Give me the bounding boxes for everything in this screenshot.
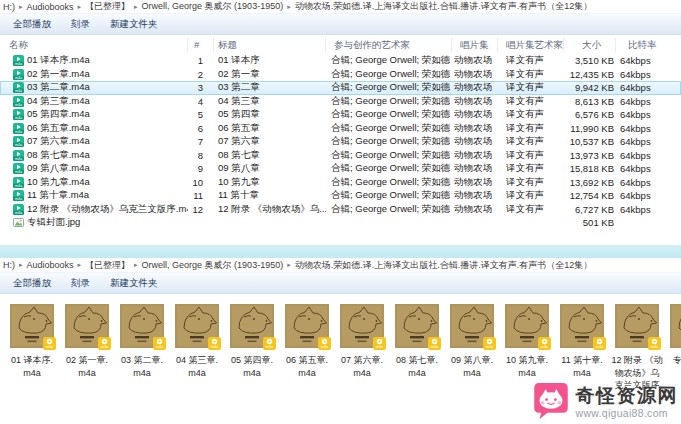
svg-text:m4a: m4a — [266, 345, 274, 349]
album-cover-thumbnail: m4a — [175, 304, 219, 348]
thumbnail-label-line: 10 第九章. — [499, 354, 555, 367]
file-row[interactable]: m4a05 第四章.m4a505 第四章合辑; George Orwell; 荣… — [0, 108, 681, 122]
svg-text:m4a: m4a — [15, 130, 22, 134]
breadcrumb-arrow-icon: ▸ — [134, 261, 138, 269]
thumbnail-item[interactable]: m4a12 附录 《动物农场》乌克兰文版序 — [615, 304, 659, 392]
title-cell: 10 第九章 — [214, 176, 326, 189]
breadcrumb-segment[interactable]: 【已整理】 — [85, 259, 130, 272]
thumbnail-item[interactable]: m4a09 第八章.m4a — [450, 304, 494, 392]
m4a-badge-icon: m4a — [648, 337, 661, 350]
thumbnail-label: 05 第四章.m4a — [224, 354, 280, 379]
thumbnail-item[interactable]: m4a11 第十章.m4a — [560, 304, 604, 392]
file-row[interactable]: m4a10 第九章.m4a1010 第九章合辑; George Orwell; … — [0, 176, 681, 190]
file-row[interactable]: m4a03 第二章.m4a303 第二章合辑; George Orwell; 荣… — [0, 81, 681, 95]
toolbar-button-new-folder[interactable]: 新建文件夹 — [103, 275, 165, 292]
breadcrumb-segment[interactable]: Audiobooks — [27, 260, 74, 270]
thumbnail-label-line: m4a — [224, 367, 280, 380]
column-header-album[interactable]: 唱片集 — [452, 38, 498, 52]
column-header-bitrate[interactable]: 比特率 — [616, 38, 681, 52]
breadcrumb-segment[interactable]: Orwell, George 奥威尔 (1903-1950) — [142, 0, 284, 13]
toolbar-button-burn[interactable]: 刻录 — [64, 16, 97, 33]
file-row[interactable]: m4a01 译本序.m4a101 译本序合辑; George Orwell; 荣… — [0, 54, 681, 68]
size-cell: 3,510 KB — [564, 55, 616, 66]
track-number-cell: 3 — [188, 82, 214, 93]
column-header-title[interactable]: 标题 — [214, 38, 326, 52]
thumbnail-item[interactable]: m4a02 第一章.m4a — [65, 304, 109, 392]
column-header-track[interactable]: # — [188, 38, 214, 52]
breadcrumb-segment[interactable]: Audiobooks — [27, 2, 74, 12]
file-name-label: 12 附录 《动物农场》乌克兰文版序.m4a — [27, 203, 188, 216]
thumbnail-item[interactable]: 专辑封面.jpg — [670, 304, 681, 392]
column-header-size[interactable]: 大小 — [564, 38, 616, 52]
file-row[interactable]: m4a08 第七章.m4a808 第七章合辑; George Orwell; 荣… — [0, 149, 681, 163]
thumbnail-label-line: m4a — [499, 367, 555, 380]
album-artist-cell: 译文有声 — [498, 95, 564, 108]
file-name-label: 09 第八章.m4a — [27, 162, 90, 175]
file-name-cell: m4a08 第七章.m4a — [0, 149, 188, 162]
column-header-artists[interactable]: 参与创作的艺术家 — [326, 38, 452, 52]
breadcrumb-segment[interactable]: 动物农场.荣如德.译.上海译文出版社.合辑.播讲.译文有声.有声书（全12集） — [295, 259, 593, 272]
track-number-cell: 4 — [188, 96, 214, 107]
bitrate-cell: 64kbps — [616, 82, 681, 93]
artists-cell: 合辑; George Orwell; 荣如德 — [326, 108, 452, 121]
breadcrumb-segment[interactable]: Orwell, George 奥威尔 (1903-1950) — [142, 259, 284, 272]
m4a-badge-icon: m4a — [263, 337, 276, 350]
file-row[interactable]: m4a07 第六章.m4a707 第六章合辑; George Orwell; 荣… — [0, 135, 681, 149]
size-cell: 9,942 KB — [564, 82, 616, 93]
track-number-cell: 6 — [188, 123, 214, 134]
file-row[interactable]: m4a09 第八章.m4a909 第八章合辑; George Orwell; 荣… — [0, 162, 681, 176]
toolbar-button-new-folder[interactable]: 新建文件夹 — [103, 16, 165, 33]
artists-cell: 合辑; George Orwell; 荣如德 — [326, 95, 452, 108]
thumbnail-label: 11 第十章.m4a — [554, 354, 610, 379]
album-cell: 动物农场 — [452, 176, 498, 189]
breadcrumb: H:)▸Audiobooks▸【已整理】▸Orwell, George 奥威尔 … — [0, 258, 681, 272]
file-row[interactable]: m4a12 附录 《动物农场》乌克兰文版序.m4a1212 附录 《动物农场》乌… — [0, 203, 681, 217]
file-row[interactable]: m4a06 第五章.m4a606 第五章合辑; George Orwell; 荣… — [0, 122, 681, 136]
breadcrumb-segment[interactable]: H:) — [3, 260, 15, 270]
thumbnail-item[interactable]: m4a01 译本序.m4a — [10, 304, 54, 392]
thumbnail-item[interactable]: m4a05 第四章.m4a — [230, 304, 274, 392]
thumbnail-item[interactable]: m4a04 第三章.m4a — [175, 304, 219, 392]
file-name-label: 03 第二章.m4a — [27, 81, 90, 94]
file-row[interactable]: m4a11 第十章.m4a1111 第十章合辑; George Orwell; … — [0, 189, 681, 203]
thumbnail-item[interactable]: m4a06 第五章.m4a — [285, 304, 329, 392]
breadcrumb-segment[interactable]: 动物农场.荣如德.译.上海译文出版社.合辑.播讲.译文有声.有声书（全12集） — [295, 0, 593, 13]
file-name-label: 07 第六章.m4a — [27, 135, 90, 148]
toolbar-button-play-all[interactable]: 全部播放 — [6, 275, 58, 292]
thumbnail-label-line: 03 第二章. — [114, 354, 170, 367]
toolbar-button-burn[interactable]: 刻录 — [64, 275, 97, 292]
thumbnail-item[interactable]: m4a10 第九章.m4a — [505, 304, 549, 392]
bitrate-cell: 64kbps — [616, 96, 681, 107]
m4a-file-icon: m4a — [13, 163, 24, 174]
file-row[interactable]: m4a04 第三章.m4a404 第三章合辑; George Orwell; 荣… — [0, 95, 681, 109]
m4a-file-icon: m4a — [13, 177, 24, 188]
artists-cell: 合辑; George Orwell; 荣如德 — [326, 54, 452, 67]
file-name-label: 11 第十章.m4a — [27, 189, 89, 202]
album-cover-thumbnail: m4a — [285, 304, 329, 348]
toolbar-button-play-all[interactable]: 全部播放 — [6, 16, 58, 33]
thumbnail-item[interactable]: m4a07 第六章.m4a — [340, 304, 384, 392]
album-cell: 动物农场 — [452, 108, 498, 121]
thumbnail-item[interactable]: m4a03 第二章.m4a — [120, 304, 164, 392]
file-thumbnails-view: m4a01 译本序.m4am4a02 第一章.m4am4a03 第二章.m4am… — [0, 294, 681, 392]
size-cell: 501 KB — [564, 217, 616, 228]
album-cover-thumbnail: m4a — [395, 304, 439, 348]
m4a-file-icon: m4a — [13, 150, 24, 161]
file-row[interactable]: m4a02 第一章.m4a202 第一章合辑; George Orwell; 荣… — [0, 68, 681, 82]
column-header-name[interactable]: 名称 — [0, 38, 188, 52]
track-number-cell: 5 — [188, 109, 214, 120]
breadcrumb-segment[interactable]: 【已整理】 — [85, 0, 130, 13]
file-name-cell: m4a11 第十章.m4a — [0, 189, 188, 202]
top-explorer-pane: H:)▸Audiobooks▸【已整理】▸Orwell, George 奥威尔 … — [0, 0, 681, 245]
breadcrumb-segment[interactable]: H:) — [3, 2, 15, 12]
column-header-album_artist[interactable]: 唱片集艺术家 — [498, 38, 564, 52]
thumbnail-label-line: 07 第六章. — [334, 354, 390, 367]
svg-text:m4a: m4a — [596, 345, 604, 349]
size-cell: 12,754 KB — [564, 190, 616, 201]
file-name-cell: m4a01 译本序.m4a — [0, 54, 188, 67]
thumbnail-label-line: 04 第三章. — [169, 354, 225, 367]
size-cell: 6,727 KB — [564, 204, 616, 215]
file-row[interactable]: 专辑封面.jpg501 KB — [0, 216, 681, 230]
thumbnail-item[interactable]: m4a08 第七章.m4a — [395, 304, 439, 392]
file-name-label: 专辑封面.jpg — [27, 216, 80, 229]
